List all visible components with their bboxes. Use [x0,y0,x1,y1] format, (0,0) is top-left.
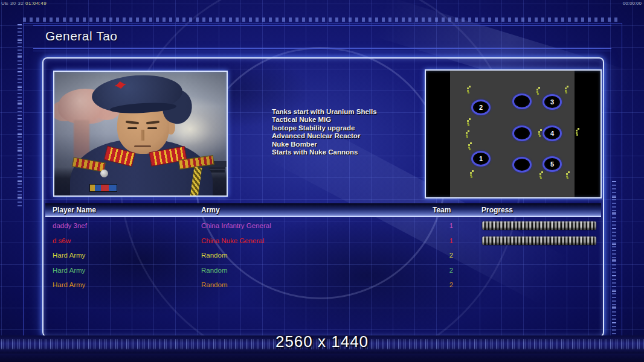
player-name: Hard Army [53,263,85,278]
column-progress: Progress [481,206,513,214]
column-army: Army [201,206,220,214]
start-position-marker-3: 3 [543,94,562,110]
ability-item: Starts with Nuke Cannons [272,148,423,156]
start-position-marker-5: 5 [543,156,562,172]
map-resource-icon [539,173,541,175]
roster-header: Player Name Army Team Progress [45,203,601,217]
start-position-marker-2: 2 [471,100,491,115]
start-position-marker-4: 4 [543,125,562,141]
load-progress-bar [482,237,596,245]
player-row: daddy 3nef China Infantry General 1 [45,218,601,233]
player-team: 2 [439,248,463,262]
player-team: 1 [439,218,463,233]
player-name: d s6w [53,233,71,248]
title-divider-top [33,25,611,26]
column-team: Team [433,206,451,214]
resolution-label: 2560 x 1440 [0,332,644,351]
ability-item: Tactical Nuke MiG [272,116,423,124]
ability-item: Isotope Stability upgrade [272,124,423,132]
map-resource-icon [566,173,568,175]
title-divider-bottom [33,48,611,49]
player-army: Random [201,263,227,278]
player-team: 2 [439,263,463,278]
start-position-marker [512,125,532,141]
map-resource-icon [565,87,567,89]
loading-screen: UE 30 32 01:04:49 00:00:00 General Tao [0,0,644,362]
map-resource-icon [468,144,470,146]
title-divider-bottom2 [33,51,611,51]
portrait-vignette [54,72,227,195]
map-resource-icon [467,87,469,89]
game-timer: 00:00:00 [623,1,642,6]
player-team: 1 [439,233,463,248]
map-resource-icon [536,89,538,91]
player-name: daddy 3nef [53,218,87,233]
start-position-marker [512,94,532,109]
load-progress-bar [482,221,596,230]
player-army: Random [201,248,227,262]
general-abilities-list: Tanks start with Uranium Shells Tactical… [272,108,423,156]
roster-body: daddy 3nef China Infantry General 1 d s6… [45,217,601,333]
map-resource-icon [470,172,472,174]
ruler-ticks-top [23,17,621,22]
debug-readout: UE 30 32 01:04:49 [1,1,47,6]
player-row: Hard Army Random 2 [45,263,601,278]
player-army: Random [201,278,227,292]
map-resource-icon [576,130,578,132]
player-row: Hard Army Random 2 [45,248,601,262]
ability-item: Tanks start with Uranium Shells [272,108,423,116]
player-name: Hard Army [53,248,85,262]
start-position-marker-1: 1 [471,151,491,167]
ability-item: Nuke Bomber [272,141,423,148]
general-portrait [53,71,228,197]
ruler-ticks-left [18,24,22,208]
map-resource-icon [466,132,468,134]
page-title: General Tao [45,29,118,43]
ability-item: Advanced Nuclear Reactor [272,132,423,140]
column-player-name: Player Name [53,206,96,214]
player-name: Hard Army [53,278,85,292]
player-team: 2 [439,278,463,292]
player-army: China Infantry General [201,218,271,233]
start-position-marker [512,157,532,173]
player-row: Hard Army Random 2 [45,278,601,292]
map-resource-icon [467,120,469,122]
player-army: China Nuke General [201,233,264,248]
player-row: d s6w China Nuke General 1 [45,233,601,248]
map-resource-icon [538,131,540,133]
map-preview: 2 3 4 1 5 [425,69,602,198]
